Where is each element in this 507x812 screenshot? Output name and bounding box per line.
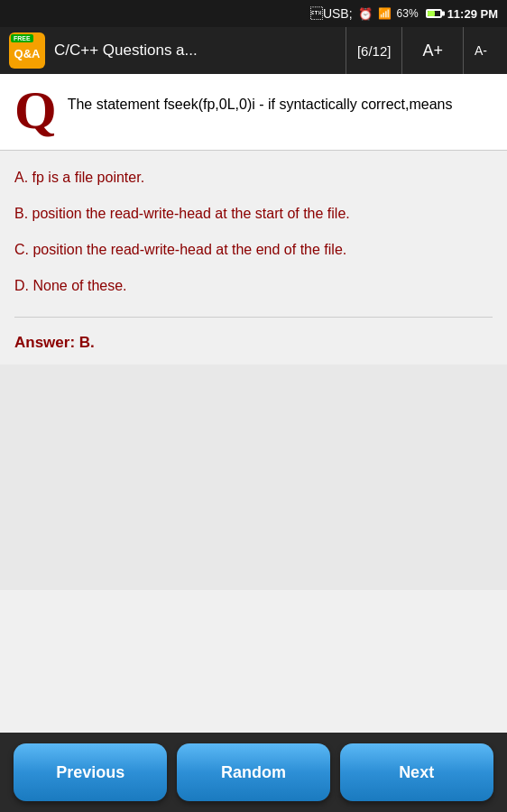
option-d[interactable]: D. None of these. (14, 268, 493, 304)
question-header: Q The statement fseek(fp,0L,0)i - if syn… (0, 74, 507, 151)
usb-icon: USB; (310, 6, 353, 21)
answer-section: Answer: B. (0, 321, 507, 364)
question-text: The statement fseek(fp,0L,0)i - if synta… (68, 87, 453, 115)
options-section: A. fp is a file pointer. B. position the… (0, 151, 507, 313)
next-button[interactable]: Next (340, 743, 493, 801)
option-b[interactable]: B. position the read-write-head at the s… (14, 196, 493, 232)
option-a[interactable]: A. fp is a file pointer. (14, 160, 493, 196)
question-counter: [6/12] (346, 27, 403, 74)
top-bar: FREE Q&A C/C++ Questions a... [6/12] A+ … (0, 27, 507, 74)
battery-percentage: 63% (397, 7, 419, 20)
bottom-navigation: Previous Random Next (0, 733, 507, 812)
previous-button[interactable]: Previous (14, 743, 167, 801)
divider (14, 317, 493, 318)
app-title: C/C++ Questions a... (54, 42, 336, 60)
font-decrease-button[interactable]: A- (463, 27, 498, 74)
qa-label: Q&A (14, 47, 41, 60)
app-icon: FREE Q&A (9, 32, 45, 69)
option-c[interactable]: C. position the read-write-head at the e… (14, 232, 493, 268)
font-increase-button[interactable]: A+ (411, 27, 454, 74)
battery-icon (426, 9, 442, 18)
free-badge: FREE (11, 34, 33, 42)
status-time: 11:29 PM (447, 7, 498, 21)
status-bar: USB; ⏰ 📶 63% 11:29 PM (0, 0, 507, 27)
empty-space (0, 364, 507, 590)
signal-icon: 📶 (378, 7, 392, 20)
random-button[interactable]: Random (177, 743, 330, 801)
answer-text: Answer: B. (14, 334, 95, 351)
alarm-icon: ⏰ (358, 7, 373, 21)
content-area: Q The statement fseek(fp,0L,0)i - if syn… (0, 74, 507, 733)
question-letter: Q (14, 83, 57, 137)
